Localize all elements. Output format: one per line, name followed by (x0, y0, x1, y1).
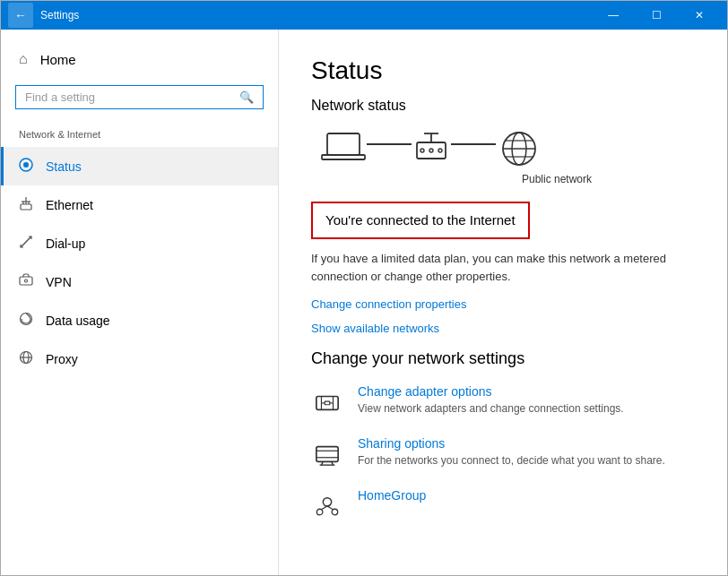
homegroup-text: HomeGroup (358, 488, 426, 505)
proxy-label: Proxy (46, 352, 78, 366)
network-line-2 (451, 143, 496, 145)
sidebar-item-dialup[interactable]: Dial-up (1, 224, 278, 262)
adapter-desc: View network adapters and change connect… (358, 401, 624, 417)
home-icon: ⌂ (19, 51, 28, 67)
homegroup-setting-item: HomeGroup (311, 488, 695, 522)
status-label: Status (46, 159, 82, 174)
home-label: Home (40, 52, 76, 67)
svg-point-19 (420, 149, 424, 152)
search-icon: 🔍 (239, 90, 254, 104)
ethernet-icon (19, 196, 33, 213)
svg-line-43 (327, 506, 334, 510)
sharing-setting-item: Sharing options For the networks you con… (311, 436, 695, 470)
svg-rect-33 (316, 447, 338, 462)
change-connection-link[interactable]: Change connection properties (311, 297, 695, 311)
svg-point-40 (316, 509, 323, 515)
titlebar-controls: — ☐ ✕ (593, 1, 720, 30)
homegroup-icon (311, 490, 343, 522)
adapter-setting-item: Change adapter options View network adap… (311, 384, 695, 418)
sharing-text: Sharing options For the networks you con… (358, 436, 665, 469)
svg-line-42 (321, 506, 327, 510)
titlebar-left: ← Settings (8, 3, 79, 28)
svg-rect-16 (417, 142, 446, 159)
connected-message: You're connected to the Internet (325, 212, 516, 228)
network-label: Public network (419, 173, 695, 185)
sidebar: ⌂ Home 🔍 Network & Internet Status (1, 30, 279, 575)
status-box: You're connected to the Internet (311, 202, 530, 239)
maximize-button[interactable]: ☐ (636, 1, 677, 30)
dialup-label: Dial-up (46, 236, 85, 251)
content-area: Status Network status (279, 30, 727, 575)
settings-window: ← Settings — ☐ ✕ ⌂ Home 🔍 Network & Inte… (0, 0, 728, 576)
titlebar-title: Settings (40, 9, 79, 21)
close-button[interactable]: ✕ (679, 1, 720, 30)
svg-rect-27 (316, 396, 338, 409)
change-settings-title: Change your network settings (311, 349, 695, 368)
svg-rect-15 (322, 155, 365, 159)
network-status-title: Network status (311, 98, 695, 114)
svg-point-21 (438, 149, 442, 152)
sidebar-item-ethernet[interactable]: Ethernet (1, 185, 278, 224)
network-line-1 (367, 143, 412, 145)
dialup-icon (19, 235, 33, 252)
sharing-desc: For the networks you connect to, decide … (358, 453, 665, 469)
laptop-icon (320, 130, 367, 168)
data-usage-icon (19, 312, 33, 329)
sidebar-item-vpn[interactable]: VPN (1, 262, 278, 301)
main-content: ⌂ Home 🔍 Network & Internet Status (1, 30, 727, 575)
adapter-text: Change adapter options View network adap… (358, 384, 624, 417)
svg-point-20 (429, 149, 433, 152)
minimize-button[interactable]: — (593, 1, 634, 30)
adapter-icon (311, 386, 343, 418)
search-input[interactable] (25, 90, 239, 104)
sidebar-item-data-usage[interactable]: Data usage (1, 301, 278, 340)
svg-point-41 (332, 509, 338, 515)
sidebar-item-proxy[interactable]: Proxy (1, 340, 278, 378)
svg-rect-14 (327, 133, 360, 155)
sharing-title[interactable]: Sharing options (358, 436, 665, 451)
homegroup-title[interactable]: HomeGroup (358, 488, 426, 503)
search-box[interactable]: 🔍 (15, 85, 264, 109)
router-icon (412, 130, 451, 168)
sidebar-section-title: Network & Internet (1, 124, 278, 147)
description-text: If you have a limited data plan, you can… (311, 250, 688, 285)
svg-point-1 (23, 162, 29, 168)
network-diagram (320, 130, 695, 168)
vpn-label: VPN (46, 275, 72, 289)
sharing-icon (311, 438, 343, 470)
sidebar-item-status[interactable]: Status (1, 147, 278, 185)
ethernet-label: Ethernet (46, 198, 93, 212)
svg-rect-2 (21, 204, 31, 210)
back-button[interactable]: ← (8, 3, 33, 28)
page-title: Status (311, 56, 695, 85)
svg-rect-30 (325, 401, 330, 405)
svg-point-9 (25, 279, 28, 282)
sidebar-item-home[interactable]: ⌂ Home (1, 39, 278, 80)
proxy-icon (19, 350, 33, 367)
adapter-title[interactable]: Change adapter options (358, 384, 624, 399)
svg-point-39 (323, 498, 331, 506)
vpn-icon (19, 273, 33, 290)
titlebar: ← Settings — ☐ ✕ (1, 1, 727, 30)
data-usage-label: Data usage (46, 314, 110, 328)
svg-rect-8 (20, 277, 32, 285)
status-icon (19, 158, 33, 175)
globe-icon (496, 130, 542, 168)
show-networks-link[interactable]: Show available networks (311, 322, 695, 335)
